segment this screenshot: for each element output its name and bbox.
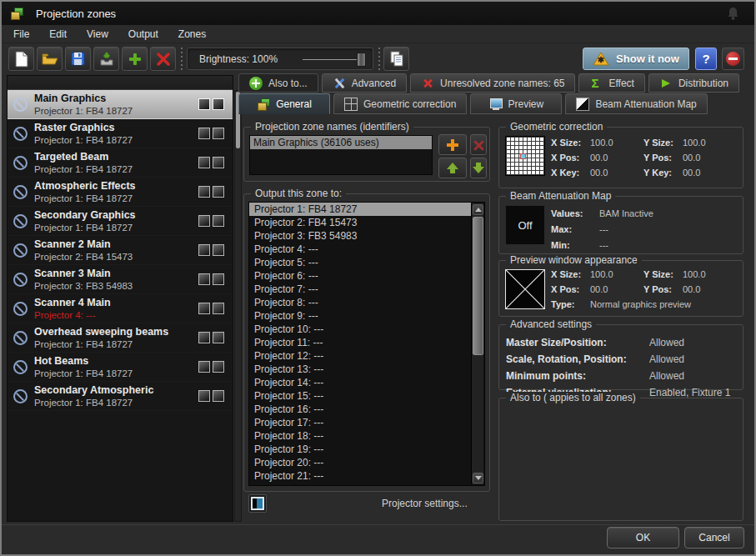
menu-item-view[interactable]: View xyxy=(78,27,117,42)
zone-checkbox-1[interactable] xyxy=(198,98,210,110)
projector-option[interactable]: Projector 22: --- xyxy=(249,483,471,486)
zone-list-item-targeted-beam[interactable]: Targeted BeamProjector 1: FB4 18727 xyxy=(8,148,233,178)
tab-advanced[interactable]: Advanced xyxy=(322,73,407,93)
projector-option[interactable]: Projector 21: --- xyxy=(249,469,471,483)
projector-option[interactable]: Projector 20: --- xyxy=(249,456,471,469)
zone-checkbox-1[interactable] xyxy=(198,332,210,343)
zone-checkbox-1[interactable] xyxy=(198,157,210,168)
tab-distribution[interactable]: Distribution xyxy=(648,73,739,93)
tab-also-to[interactable]: Also to... xyxy=(238,73,318,93)
zone-list-item-atmospheric-effects[interactable]: Atmospheric EffectsProjector 1: FB4 1872… xyxy=(8,178,233,207)
zone-checkbox-2[interactable] xyxy=(213,157,224,168)
zone-list-item-main-graphics[interactable]: Main GraphicsProjector 1: FB4 18727 xyxy=(8,90,233,119)
copy-button[interactable] xyxy=(383,47,409,71)
projector-option[interactable]: Projector 5: --- xyxy=(249,256,471,269)
zone-checkbox-2[interactable] xyxy=(213,186,224,198)
projector-option[interactable]: Projector 8: --- xyxy=(249,296,471,309)
zone-list-item-scanner-2-main[interactable]: Scanner 2 MainProjector 2: FB4 15473 xyxy=(8,236,233,265)
brightness-slider-track[interactable] xyxy=(303,59,358,60)
cancel-button[interactable]: Cancel xyxy=(684,527,744,548)
projector-option[interactable]: Projector 7: --- xyxy=(249,283,471,296)
zone-checkbox-2[interactable] xyxy=(213,332,224,343)
zone-checkbox-1[interactable] xyxy=(198,273,210,285)
projector-option[interactable]: Projector 6: --- xyxy=(249,269,471,283)
ok-button[interactable]: OK xyxy=(607,527,679,548)
zone-list-item-scanner-3-main[interactable]: Scanner 3 MainProjector 3: FB3 54983 xyxy=(8,265,233,294)
projector-option[interactable]: Projector 17: --- xyxy=(249,416,471,429)
delete-zone-name-button[interactable] xyxy=(470,134,487,155)
projector-option[interactable]: Projector 3: FB3 54983 xyxy=(249,229,471,243)
projector-scrollbar[interactable] xyxy=(471,203,483,484)
bam-thumbnail[interactable]: Off xyxy=(505,205,545,245)
zone-list-item-hot-beams[interactable]: Hot BeamsProjector 1: FB4 18727 xyxy=(8,353,233,382)
projector-option[interactable]: Projector 1: FB4 18727 xyxy=(249,203,471,216)
zone-checkbox-1[interactable] xyxy=(198,215,210,227)
zone-checkbox-2[interactable] xyxy=(213,215,224,227)
projector-scrollbar-thumb[interactable] xyxy=(473,217,483,355)
tab-preview[interactable]: Preview xyxy=(470,93,562,114)
tab-effect[interactable]: Effect xyxy=(578,73,644,93)
zone-checkbox-2[interactable] xyxy=(213,244,224,256)
menu-item-output[interactable]: Output xyxy=(120,27,167,42)
menu-item-zones[interactable]: Zones xyxy=(170,27,214,42)
projector-settings-link[interactable]: Projector settings... xyxy=(382,498,468,509)
red-x-icon xyxy=(157,53,170,66)
zone-checkbox-1[interactable] xyxy=(198,390,210,402)
zone-list-item-scanner-4-main[interactable]: Scanner 4 MainProjector 4: --- xyxy=(8,294,233,323)
zone-checkbox-2[interactable] xyxy=(213,128,224,139)
zone-checkbox-1[interactable] xyxy=(198,361,210,373)
zone-list-item-raster-graphics[interactable]: Raster GraphicsProjector 1: FB4 18727 xyxy=(8,119,233,148)
save-button[interactable] xyxy=(65,47,91,71)
projector-option[interactable]: Projector 9: --- xyxy=(249,309,471,323)
zone-checkbox-1[interactable] xyxy=(198,128,210,139)
projector-option[interactable]: Projector 18: --- xyxy=(249,429,471,443)
new-button[interactable] xyxy=(8,47,34,71)
grid-thumbnail[interactable] xyxy=(505,136,545,176)
delete-button[interactable] xyxy=(150,47,176,71)
zone-checkbox-1[interactable] xyxy=(198,244,210,256)
import-button[interactable] xyxy=(93,47,119,71)
tab-geometric-correction[interactable]: Geometric correction xyxy=(333,93,467,114)
preview-thumbnail[interactable] xyxy=(505,269,545,309)
tab-unresolved-zone-names-65[interactable]: Unresolved zone names: 65 xyxy=(410,73,575,93)
zone-list-item-overhead-sweeping-beams[interactable]: Overhead sweeping beamsProjector 1: FB4 … xyxy=(8,323,233,353)
projector-option[interactable]: Projector 12: --- xyxy=(249,349,471,363)
tab-beam-attenuation-map[interactable]: Beam Attenuation Map xyxy=(565,93,707,114)
projector-option[interactable]: Projector 16: --- xyxy=(249,403,471,416)
zone-checkbox-2[interactable] xyxy=(213,98,224,110)
brightness-slider-handle[interactable] xyxy=(357,53,366,67)
blackout-button[interactable] xyxy=(722,48,744,70)
menu-item-edit[interactable]: Edit xyxy=(41,27,75,42)
help-button[interactable]: ? xyxy=(695,48,717,70)
projector-option[interactable]: Projector 15: --- xyxy=(249,389,471,403)
projector-option[interactable]: Projector 4: --- xyxy=(249,243,471,256)
tab-general[interactable]: General xyxy=(238,93,330,114)
open-button[interactable] xyxy=(37,47,63,71)
zone-checkbox-1[interactable] xyxy=(198,186,210,198)
projector-option[interactable]: Projector 19: --- xyxy=(249,443,471,456)
show-it-now-button[interactable]: ✱ Show it now xyxy=(583,48,689,70)
zone-checkbox-2[interactable] xyxy=(213,390,224,402)
projector-option[interactable]: Projector 10: --- xyxy=(249,323,471,336)
zone-checkbox-2[interactable] xyxy=(213,361,224,373)
zone-checkbox-2[interactable] xyxy=(213,273,224,285)
move-down-button[interactable] xyxy=(470,158,487,178)
add-zone-name-button[interactable] xyxy=(438,134,467,155)
zone-checkbox-1[interactable] xyxy=(198,303,210,314)
zone-list-item-secondary-atmospheric[interactable]: Secondary AtmosphericProjector 1: FB4 18… xyxy=(8,382,233,411)
zone-name-entry[interactable]: Main Graphics (36106 uses) xyxy=(250,136,432,149)
add-button[interactable] xyxy=(122,47,148,71)
zone-checkbox-2[interactable] xyxy=(213,303,224,314)
projector-option[interactable]: Projector 2: FB4 15473 xyxy=(249,216,471,229)
projector-option[interactable]: Projector 14: --- xyxy=(249,376,471,389)
zone-list-scrollbar[interactable] xyxy=(234,90,242,522)
projector-color-button[interactable] xyxy=(248,494,267,513)
scroll-down-button[interactable] xyxy=(473,473,483,483)
projector-option[interactable]: Projector 13: --- xyxy=(249,363,471,376)
projector-option[interactable]: Projector 11: --- xyxy=(249,336,471,349)
scroll-up-button[interactable] xyxy=(473,204,483,215)
move-up-button[interactable] xyxy=(438,158,467,178)
menu-item-file[interactable]: File xyxy=(5,27,38,42)
zone-list-item-secondary-graphics[interactable]: Secondary GraphicsProjector 1: FB4 18727 xyxy=(8,207,233,236)
save-floppy-icon xyxy=(71,52,85,66)
